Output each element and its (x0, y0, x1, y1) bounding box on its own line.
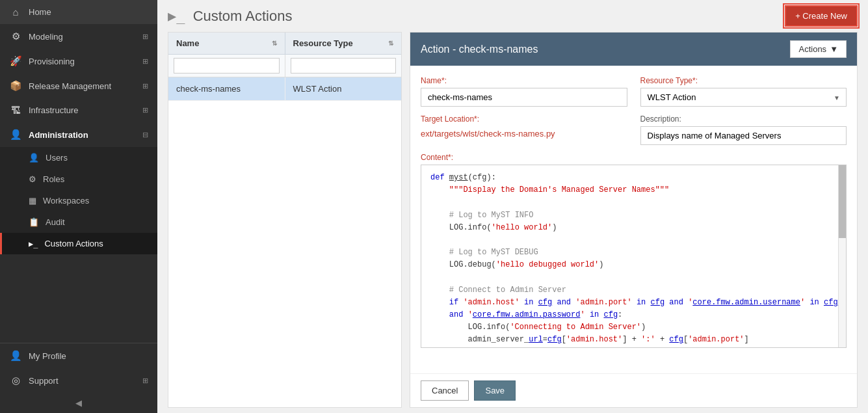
content-section: Content*: def myst(cfg): """Display the … (421, 153, 847, 348)
infrastructure-expand-icon: ⊞ (142, 106, 148, 114)
main-content: ▶_ Custom Actions + Create New Name ⇅ Re… (157, 0, 868, 413)
modeling-expand-icon: ⊞ (142, 33, 148, 41)
sidebar-item-my-profile[interactable]: 👤 My Profile (0, 343, 157, 368)
sidebar-item-infrastructure[interactable]: 🏗 Infrastructure ⊞ (0, 98, 157, 122)
resource-type-filter-cell (285, 55, 402, 77)
code-editor[interactable]: def myst(cfg): """Display the Domain's M… (421, 165, 846, 347)
sidebar-item-provisioning[interactable]: 🚀 Provisioning ⊞ (0, 49, 157, 73)
resource-type-filter-input[interactable] (291, 58, 397, 73)
name-field-group: Name*: (421, 76, 627, 107)
sidebar-bottom: 👤 My Profile ◎ Support ⊞ ◀ (0, 343, 157, 413)
sidebar-item-workspaces[interactable]: ▦ Workspaces (0, 190, 157, 211)
audit-icon: 📋 (29, 217, 39, 227)
resource-type-label: Resource Type*: (640, 76, 847, 85)
sidebar-item-support[interactable]: ◎ Support ⊞ (0, 368, 157, 393)
sidebar-item-audit[interactable]: 📋 Audit (0, 211, 157, 233)
roles-icon: ⚙ (29, 174, 36, 184)
home-icon: ⌂ (9, 7, 22, 18)
administration-expand-icon: ⊟ (142, 131, 148, 139)
description-label: Description: (640, 114, 847, 124)
target-location-field-group: Target Location*: ext/targets/wlst/check… (421, 114, 627, 145)
sidebar: ⌂ Home ⚙ Modeling ⊞ 🚀 Provisioning ⊞ 📦 R… (0, 0, 157, 413)
users-icon: 👤 (29, 153, 39, 163)
sidebar-item-roles[interactable]: ⚙ Roles (0, 168, 157, 190)
content-label: Content*: (421, 153, 847, 162)
page-title: ▶_ Custom Actions (168, 8, 292, 25)
release-management-icon: 📦 (9, 80, 22, 92)
scrollbar-track (838, 165, 846, 347)
row-resource-type: WLST Action (285, 77, 402, 100)
table-header: Name ⇅ Resource Type ⇅ (168, 33, 401, 55)
terminal-icon: ▶_ (168, 8, 185, 24)
actions-dropdown-icon: ▼ (830, 44, 838, 54)
scrollbar-thumb[interactable] (839, 165, 846, 238)
release-management-expand-icon: ⊞ (142, 82, 148, 90)
content-area: Name ⇅ Resource Type ⇅ check-ms-names WL… (157, 32, 868, 413)
custom-actions-table: Name ⇅ Resource Type ⇅ check-ms-names WL… (168, 32, 402, 408)
target-description-row: Target Location*: ext/targets/wlst/check… (421, 114, 847, 145)
cancel-button[interactable]: Cancel (421, 380, 469, 401)
infrastructure-icon: 🏗 (9, 105, 22, 116)
support-icon: ◎ (9, 375, 22, 386)
action-detail-panel: Action - check-ms-names Actions ▼ Name*:… (410, 32, 858, 408)
resource-type-field-group: Resource Type*: WLST Action (640, 76, 847, 107)
name-sort-icon[interactable]: ⇅ (272, 40, 277, 47)
sidebar-item-home[interactable]: ⌂ Home (0, 0, 157, 24)
resource-type-column-header: Resource Type ⇅ (285, 33, 402, 54)
description-input[interactable] (640, 126, 847, 145)
administration-icon: 👤 (9, 129, 22, 140)
modeling-icon: ⚙ (9, 31, 22, 42)
sidebar-item-modeling[interactable]: ⚙ Modeling ⊞ (0, 24, 157, 49)
resource-type-select[interactable]: WLST Action (640, 88, 847, 107)
admin-submenu: 👤 Users ⚙ Roles ▦ Workspaces 📋 Audit ▶_ … (0, 147, 157, 254)
detail-body: Name*: Resource Type*: WLST Action (410, 66, 857, 373)
description-field-group: Description: (640, 114, 847, 145)
detail-title: Action - check-ms-names (421, 44, 538, 55)
resource-type-select-wrapper: WLST Action (640, 88, 847, 107)
resource-type-sort-icon[interactable]: ⇅ (388, 40, 393, 47)
workspaces-icon: ▦ (29, 196, 36, 206)
sidebar-item-release-management[interactable]: 📦 Release Management ⊞ (0, 73, 157, 98)
custom-actions-icon: ▶_ (29, 239, 38, 248)
my-profile-icon: 👤 (9, 350, 22, 362)
save-button[interactable]: Save (474, 380, 516, 401)
target-location-label: Target Location*: (421, 114, 627, 124)
sidebar-item-users[interactable]: 👤 Users (0, 147, 157, 168)
sidebar-item-administration[interactable]: 👤 Administration ⊟ (0, 122, 157, 147)
name-input[interactable] (421, 88, 627, 107)
detail-footer: Cancel Save (410, 373, 857, 407)
name-column-header: Name ⇅ (168, 33, 285, 54)
row-name: check-ms-names (168, 77, 285, 100)
actions-button[interactable]: Actions ▼ (790, 40, 847, 58)
sidebar-item-custom-actions[interactable]: ▶_ Custom Actions (0, 233, 157, 254)
create-new-button[interactable]: + Create New (785, 5, 858, 27)
name-resource-row: Name*: Resource Type*: WLST Action (421, 76, 847, 107)
support-expand-icon: ⊞ (142, 377, 148, 385)
code-editor-wrapper: def myst(cfg): """Display the Domain's M… (421, 165, 847, 348)
filter-row (168, 55, 401, 77)
name-filter-input[interactable] (174, 58, 280, 73)
target-location-value: ext/targets/wlst/check-ms-names.py (421, 126, 627, 141)
collapse-icon: ◀ (75, 398, 82, 408)
provisioning-icon: 🚀 (9, 55, 22, 67)
provisioning-expand-icon: ⊞ (142, 57, 148, 66)
table-row[interactable]: check-ms-names WLST Action (168, 77, 401, 101)
sidebar-collapse-button[interactable]: ◀ (0, 393, 157, 413)
detail-header: Action - check-ms-names Actions ▼ (410, 33, 857, 66)
name-label: Name*: (421, 76, 627, 85)
topbar: ▶_ Custom Actions + Create New (157, 0, 868, 32)
name-filter-cell (168, 55, 285, 77)
